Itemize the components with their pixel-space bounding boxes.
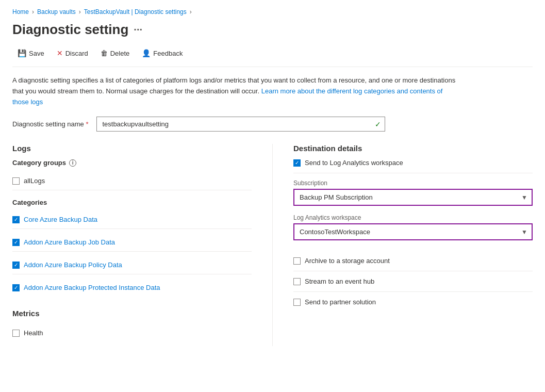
subscription-label: Subscription [293,179,533,187]
allLogs-label: allLogs [24,177,45,185]
diagnostic-name-row: Diagnostic setting name * ✓ [12,117,533,132]
categories-list: Core Azure Backup Data Addon Azure Backu… [12,210,252,297]
send-to-log-analytics-row: Send to Log Analytics workspace [293,159,533,173]
breadcrumb: Home › Backup vaults › TestBackupVault |… [12,8,533,15]
metrics-title: Metrics [12,309,252,318]
input-valid-icon: ✓ [375,120,381,128]
workspace-select[interactable]: ContosoTestWorkspace [293,223,533,240]
archive-storage-label: Archive to a storage account [305,257,390,265]
allLogs-checkbox[interactable] [12,177,20,185]
workspace-label: Log Analytics workspace [293,214,533,221]
discard-icon: ✕ [57,49,63,57]
category-checkbox-3[interactable] [12,284,20,291]
category-checkbox-0[interactable] [12,216,20,223]
category-label-1: Addon Azure Backup Job Data [24,238,115,246]
category-label-3: Addon Azure Backup Protected Instance Da… [24,284,160,291]
category-row-0: Core Azure Backup Data [12,210,252,229]
workspace-select-wrapper: ContosoTestWorkspace ▼ [293,223,533,240]
description-text: A diagnostic setting specifies a list of… [12,75,456,107]
save-icon: 💾 [18,49,26,57]
archive-storage-checkbox[interactable] [293,257,301,265]
delete-button[interactable]: 🗑 Delete [95,46,135,60]
workspace-field: Log Analytics workspace ContosoTestWorks… [293,214,533,240]
metrics-row-0: Health [12,324,252,342]
diagnostic-name-input-wrapper: ✓ [96,117,385,132]
stream-event-hub-label: Stream to an event hub [305,277,374,285]
partner-solution-row: Send to partner solution [293,292,533,312]
left-column: Logs Category groups i allLogs Categorie… [12,144,273,346]
metrics-section: Metrics Health [12,309,252,342]
archive-storage-row: Archive to a storage account [293,251,533,271]
send-to-log-analytics-label: Send to Log Analytics workspace [305,159,403,167]
diagnostic-name-input[interactable] [96,117,385,132]
subscription-field: Subscription Backup PM Subscription ▼ [293,179,533,206]
diagnostic-name-label: Diagnostic setting name * [12,120,88,128]
category-groups-info-icon[interactable]: i [69,159,76,167]
main-content: Logs Category groups i allLogs Categorie… [12,144,533,346]
categories-label: Categories [12,199,252,206]
subscription-select-wrapper: Backup PM Subscription ▼ [293,189,533,206]
category-label-2: Addon Azure Backup Policy Data [24,261,122,269]
partner-solution-label: Send to partner solution [305,298,376,306]
breadcrumb-backup-vaults[interactable]: Backup vaults [37,8,76,15]
category-checkbox-1[interactable] [12,239,20,246]
stream-event-hub-row: Stream to an event hub [293,271,533,292]
feedback-icon: 👤 [142,49,151,57]
partner-solution-checkbox[interactable] [293,299,301,306]
delete-icon: 🗑 [101,49,108,57]
logs-title: Logs [12,144,252,153]
category-row-1: Addon Azure Backup Job Data [12,233,252,252]
category-label-0: Core Azure Backup Data [24,216,97,223]
category-groups-label: Category groups i [12,159,252,167]
category-row-2: Addon Azure Backup Policy Data [12,256,252,274]
breadcrumb-home[interactable]: Home [12,8,29,15]
save-button[interactable]: 💾 Save [12,46,49,60]
page-title-row: Diagnostic setting ··· [12,22,533,38]
category-checkbox-2[interactable] [12,262,20,269]
category-row-3: Addon Azure Backup Protected Instance Da… [12,279,252,297]
logs-section: Logs Category groups i allLogs Categorie… [12,144,252,297]
page-title: Diagnostic setting [12,22,128,38]
allLogs-row: allLogs [12,172,252,190]
discard-button[interactable]: ✕ Discard [52,46,93,60]
metrics-checkbox-0[interactable] [12,330,20,337]
toolbar: 💾 Save ✕ Discard 🗑 Delete 👤 Feedback [12,46,533,67]
feedback-button[interactable]: 👤 Feedback [137,46,188,60]
stream-event-hub-checkbox[interactable] [293,278,301,285]
destination-title: Destination details [293,144,533,153]
more-options-icon[interactable]: ··· [134,24,142,36]
right-column: Destination details Send to Log Analytic… [273,144,533,346]
subscription-select[interactable]: Backup PM Subscription [293,189,533,206]
metrics-label-0: Health [24,329,43,337]
breadcrumb-vault-diagnostics[interactable]: TestBackupVault | Diagnostic settings [84,8,187,15]
send-to-log-analytics-checkbox[interactable] [293,159,301,167]
